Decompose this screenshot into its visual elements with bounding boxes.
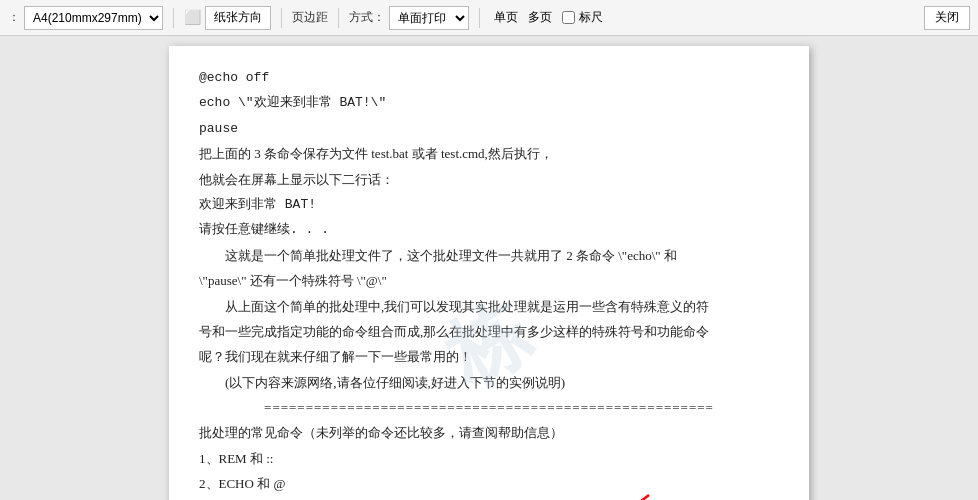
paper-size-select[interactable]: A4(210mmx297mm) <box>24 6 163 30</box>
single-multi-group: 单页 多页 <box>490 8 556 27</box>
line-pause: pause <box>199 117 779 140</box>
line-cmd-1: 1、REM 和 :: <box>199 447 779 470</box>
line-cmd-2: 2、ECHO 和 @ <box>199 472 779 495</box>
line-common-cmds: 批处理的常见命令（未列举的命令还比较多，请查阅帮助信息） <box>199 421 779 444</box>
page-direction-icon: ⬜ <box>184 9 201 26</box>
divider-3 <box>338 8 339 28</box>
ruler-checkbox[interactable] <box>562 11 575 24</box>
page-container: 栋 @echo off echo \"欢迎来到非常 BAT!\" pause 把… <box>169 46 809 500</box>
ruler-group: 标尺 <box>562 9 603 26</box>
print-method-select[interactable]: 单面打印 <box>389 6 469 30</box>
line-continue-output: 请按任意键继续. . . <box>199 218 779 241</box>
line-desc-1: 这就是一个简单批处理文件了，这个批处理文件一共就用了 2 条命令 \"echo\… <box>199 244 779 267</box>
margins-label: 页边距 <box>292 9 328 26</box>
method-label: 方式： <box>349 9 385 26</box>
page-preview: 栋 @echo off echo \"欢迎来到非常 BAT!\" pause 把… <box>0 36 978 500</box>
paper-size-group: ： A4(210mmx297mm) <box>8 6 163 30</box>
line-save-desc: 把上面的 3 条命令保存为文件 test.bat 或者 test.cmd,然后执… <box>199 142 779 165</box>
line-desc-5: 呢？我们现在就来仔细了解一下一些最常用的！ <box>199 345 779 368</box>
separator: ========================================… <box>199 396 779 419</box>
line-echo-welcome: echo \"欢迎来到非常 BAT!\" <box>199 91 779 114</box>
paper-size-prefix: ： <box>8 9 20 26</box>
divider-2 <box>281 8 282 28</box>
page-direction-button[interactable]: 纸张方向 <box>205 6 271 30</box>
page-content: @echo off echo \"欢迎来到非常 BAT!\" pause 把上面… <box>199 66 779 500</box>
line-desc-3: 从上面这个简单的批处理中,我们可以发现其实批处理就是运用一些含有特殊意义的符 <box>199 295 779 318</box>
ruler-label: 标尺 <box>579 9 603 26</box>
page-direction-group: ⬜ 纸张方向 <box>184 6 271 30</box>
toolbar: ： A4(210mmx297mm) ⬜ 纸张方向 页边距 方式： 单面打印 单页… <box>0 0 978 36</box>
line-desc-2: \"pause\" 还有一个特殊符号 \"@\" <box>199 269 779 292</box>
margins-group: 页边距 <box>292 9 328 26</box>
divider-4 <box>479 8 480 28</box>
main-area: 栋 @echo off echo \"欢迎来到非常 BAT!\" pause 把… <box>0 36 978 500</box>
close-button[interactable]: 关闭 <box>924 6 970 30</box>
line-source-note: (以下内容来源网络,请各位仔细阅读,好进入下节的实例说明) <box>199 371 779 394</box>
multi-page-label[interactable]: 多页 <box>524 8 556 27</box>
line-welcome-output: 欢迎来到非常 BAT! <box>199 193 779 216</box>
print-method-group: 方式： 单面打印 <box>349 6 469 30</box>
line-display-desc: 他就会在屏幕上显示以下二行话： <box>199 168 779 191</box>
divider-1 <box>173 8 174 28</box>
line-desc-4: 号和一些完成指定功能的命令组合而成,那么在批处理中有多少这样的特殊符号和功能命令 <box>199 320 779 343</box>
line-echo-off: @echo off <box>199 66 779 89</box>
single-page-label[interactable]: 单页 <box>490 8 522 27</box>
